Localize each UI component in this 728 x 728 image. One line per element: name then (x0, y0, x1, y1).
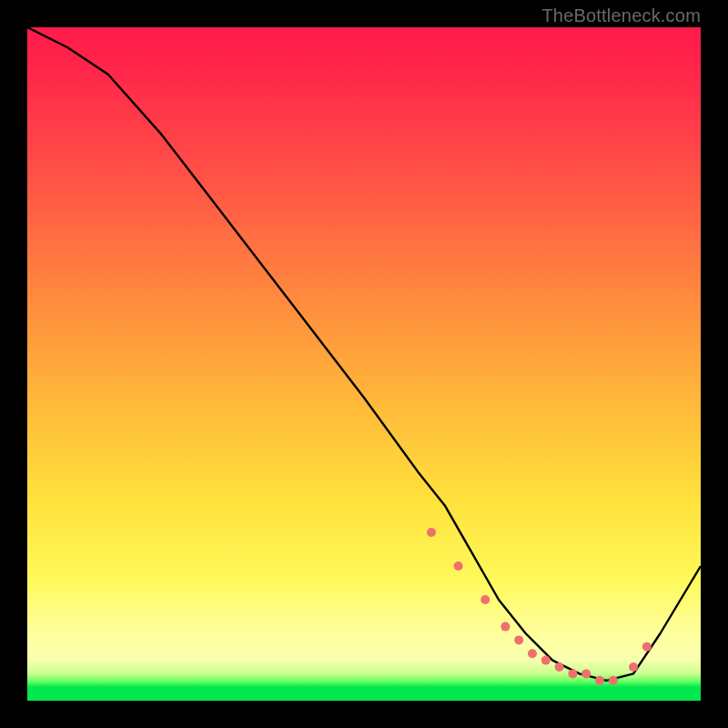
curve-marker (609, 676, 618, 685)
curve-marker (595, 676, 604, 685)
curve-marker (568, 669, 577, 678)
bottleneck-curve (27, 27, 701, 681)
curve-layer (27, 27, 701, 701)
chart-frame: TheBottleneck.com (0, 0, 728, 728)
watermark-text: TheBottleneck.com (541, 5, 701, 26)
curve-marker (555, 662, 564, 672)
curve-marker (629, 662, 638, 672)
curve-marker (528, 649, 537, 658)
curve-marker (642, 642, 652, 652)
plot-gradient-background (27, 27, 701, 701)
curve-marker (541, 656, 551, 665)
curve-marker (454, 561, 463, 571)
curve-marker (581, 669, 591, 678)
curve-marker (480, 595, 490, 604)
curve-marker (427, 528, 436, 537)
marker-group (427, 528, 652, 685)
curve-marker (514, 635, 523, 644)
curve-marker (500, 622, 510, 632)
